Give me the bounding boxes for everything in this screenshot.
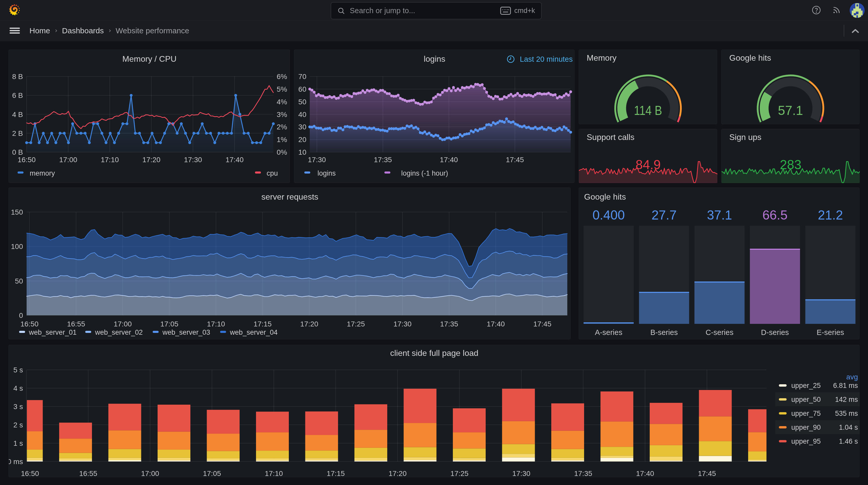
svg-text:17:10: 17:10 bbox=[101, 156, 119, 164]
svg-text:Sign ups: Sign ups bbox=[729, 132, 762, 142]
svg-text:17:15: 17:15 bbox=[253, 320, 272, 328]
svg-text:client side full page load: client side full page load bbox=[390, 348, 478, 358]
svg-text:logins: logins bbox=[424, 54, 445, 64]
svg-text:16:55: 16:55 bbox=[79, 470, 97, 478]
svg-text:0.400: 0.400 bbox=[592, 208, 625, 222]
svg-text:5%: 5% bbox=[277, 85, 287, 93]
svg-text:6.81 ms: 6.81 ms bbox=[833, 382, 858, 389]
svg-text:57.1: 57.1 bbox=[778, 103, 803, 118]
svg-text:B-series: B-series bbox=[650, 328, 678, 336]
svg-text:2 s: 2 s bbox=[13, 421, 23, 429]
svg-text:4 B: 4 B bbox=[12, 110, 23, 119]
svg-text:1%: 1% bbox=[277, 136, 287, 143]
svg-text:C-series: C-series bbox=[706, 328, 734, 336]
svg-text:server requests: server requests bbox=[261, 192, 318, 201]
svg-text:17:25: 17:25 bbox=[450, 470, 468, 478]
svg-text:60: 60 bbox=[299, 85, 306, 93]
svg-text:17:35: 17:35 bbox=[440, 320, 458, 328]
svg-text:150: 150 bbox=[11, 208, 23, 216]
svg-text:cpu: cpu bbox=[267, 169, 278, 177]
svg-text:Memory: Memory bbox=[587, 53, 617, 63]
svg-text:17:45: 17:45 bbox=[506, 156, 524, 164]
svg-text:17:40: 17:40 bbox=[636, 470, 654, 478]
svg-text:0 ms: 0 ms bbox=[9, 458, 23, 465]
svg-text:4%: 4% bbox=[277, 98, 287, 106]
svg-text:17:40: 17:40 bbox=[487, 320, 505, 328]
svg-text:10: 10 bbox=[299, 148, 306, 156]
svg-text:50: 50 bbox=[299, 98, 306, 106]
svg-text:27.7: 27.7 bbox=[652, 208, 677, 222]
svg-text:17:20: 17:20 bbox=[300, 320, 318, 328]
svg-text:A-series: A-series bbox=[595, 328, 622, 336]
svg-text:avg: avg bbox=[846, 373, 858, 381]
svg-text:37.1: 37.1 bbox=[707, 208, 732, 222]
svg-text:1 s: 1 s bbox=[13, 439, 23, 447]
svg-text:17:20: 17:20 bbox=[142, 156, 160, 164]
svg-text:17:15: 17:15 bbox=[327, 470, 345, 478]
svg-text:20: 20 bbox=[299, 136, 306, 143]
svg-text:17:20: 17:20 bbox=[389, 470, 407, 478]
svg-text:upper_50: upper_50 bbox=[791, 396, 821, 403]
svg-text:50: 50 bbox=[15, 277, 23, 285]
svg-text:1.04 s: 1.04 s bbox=[839, 424, 858, 431]
svg-text:6%: 6% bbox=[277, 72, 287, 80]
svg-text:web_server_01: web_server_01 bbox=[29, 328, 77, 336]
svg-text:283: 283 bbox=[780, 158, 801, 172]
svg-text:web_server_03: web_server_03 bbox=[162, 328, 210, 336]
svg-text:114 B: 114 B bbox=[634, 103, 662, 118]
svg-text:17:30: 17:30 bbox=[308, 156, 326, 164]
svg-text:web_server_02: web_server_02 bbox=[95, 328, 143, 336]
svg-text:66.5: 66.5 bbox=[762, 208, 787, 222]
svg-text:2%: 2% bbox=[277, 123, 287, 131]
svg-text:Last 20 minutes: Last 20 minutes bbox=[520, 55, 573, 63]
svg-text:17:05: 17:05 bbox=[203, 470, 221, 478]
svg-text:6 B: 6 B bbox=[12, 91, 23, 99]
svg-text:84.9: 84.9 bbox=[636, 158, 660, 172]
svg-text:535 ms: 535 ms bbox=[835, 410, 858, 417]
svg-text:17:05: 17:05 bbox=[160, 320, 178, 328]
svg-text:Memory / CPU: Memory / CPU bbox=[122, 54, 177, 64]
svg-text:16:50: 16:50 bbox=[21, 320, 38, 328]
svg-text:E-series: E-series bbox=[816, 328, 844, 336]
svg-text:upper_95: upper_95 bbox=[791, 438, 821, 445]
svg-text:17:30: 17:30 bbox=[512, 470, 530, 478]
svg-text:16:55: 16:55 bbox=[67, 320, 85, 328]
svg-text:16:50: 16:50 bbox=[18, 156, 36, 164]
svg-text:upper_25: upper_25 bbox=[791, 382, 821, 389]
svg-text:3%: 3% bbox=[277, 110, 287, 119]
svg-text:5 s: 5 s bbox=[13, 366, 23, 374]
svg-text:17:10: 17:10 bbox=[207, 320, 225, 328]
svg-text:logins (-1 hour): logins (-1 hour) bbox=[401, 169, 448, 177]
svg-text:17:00: 17:00 bbox=[141, 470, 159, 478]
svg-text:Google hits: Google hits bbox=[584, 192, 626, 201]
svg-text:17:40: 17:40 bbox=[440, 156, 458, 164]
svg-text:21.2: 21.2 bbox=[818, 208, 843, 222]
svg-text:0%: 0% bbox=[277, 148, 287, 156]
svg-text:1.46 s: 1.46 s bbox=[839, 438, 858, 445]
svg-text:17:00: 17:00 bbox=[114, 320, 132, 328]
svg-text:30: 30 bbox=[299, 123, 306, 131]
svg-text:100: 100 bbox=[11, 243, 23, 251]
svg-text:17:45: 17:45 bbox=[698, 470, 716, 478]
svg-text:8 B: 8 B bbox=[12, 72, 23, 80]
svg-text:17:30: 17:30 bbox=[394, 320, 411, 328]
svg-text:17:35: 17:35 bbox=[574, 470, 592, 478]
svg-text:D-series: D-series bbox=[761, 328, 789, 336]
svg-text:0: 0 bbox=[19, 312, 23, 319]
svg-text:17:00: 17:00 bbox=[59, 156, 77, 164]
svg-text:17:35: 17:35 bbox=[374, 156, 392, 164]
svg-text:70: 70 bbox=[299, 72, 306, 80]
svg-text:memory: memory bbox=[30, 169, 55, 177]
svg-text:web_server_04: web_server_04 bbox=[230, 328, 278, 336]
svg-text:17:25: 17:25 bbox=[347, 320, 365, 328]
svg-text:3 s: 3 s bbox=[13, 402, 23, 411]
svg-text:2 B: 2 B bbox=[12, 129, 23, 137]
svg-text:logins: logins bbox=[317, 169, 336, 177]
svg-text:upper_75: upper_75 bbox=[791, 410, 821, 417]
svg-text:17:10: 17:10 bbox=[265, 470, 283, 478]
svg-text:4 s: 4 s bbox=[13, 384, 23, 392]
svg-text:Google hits: Google hits bbox=[729, 53, 771, 63]
svg-text:16:50: 16:50 bbox=[21, 470, 39, 478]
svg-text:17:40: 17:40 bbox=[225, 156, 244, 164]
svg-text:40: 40 bbox=[299, 110, 306, 119]
